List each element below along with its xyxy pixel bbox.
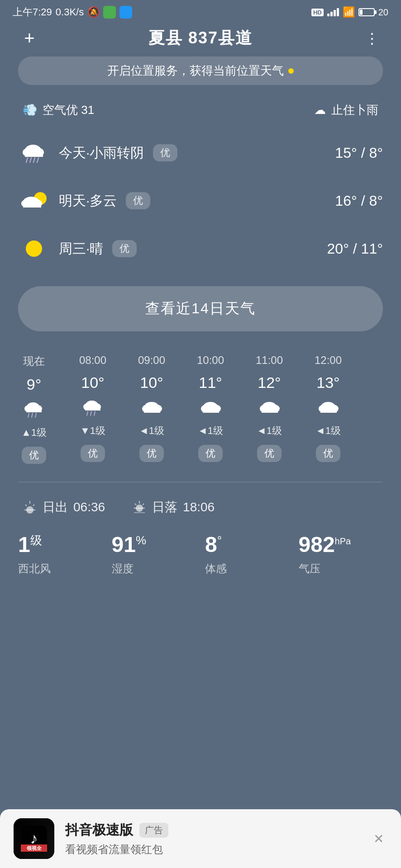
hourly-temp-4: 12° <box>258 374 281 392</box>
stat-humidity-label: 湿度 <box>112 561 196 576</box>
svg-line-25 <box>87 411 88 415</box>
stats-grid: 1级 西北风 91% 湿度 8° 体感 982hPa 气压 <box>0 523 401 585</box>
section-divider <box>18 482 383 482</box>
btn-14day[interactable]: 查看近14日天气 <box>18 286 383 331</box>
weather-row-tomorrow[interactable]: 明天·多云 优 16° / 8° <box>18 177 383 225</box>
sunrise-time: 06:36 <box>73 500 105 514</box>
wifi-icon: 📶 <box>343 6 355 18</box>
svg-rect-35 <box>203 409 219 413</box>
air-quality-bar: 💨 空气优 31 ☁ 止住卜雨 <box>0 96 401 124</box>
svg-rect-3 <box>25 152 43 157</box>
battery-percent: 20 <box>378 7 388 18</box>
hourly-cloud-0 <box>23 401 45 419</box>
top-nav: + 夏县 837县道 ⋮ <box>0 23 401 57</box>
hourly-item-2: 09:00 10° ◄1级 优 <box>122 349 181 468</box>
hourly-time-3: 10:00 <box>197 354 224 367</box>
svg-rect-12 <box>23 203 41 208</box>
add-button[interactable]: + <box>18 28 41 48</box>
hourly-quality-3: 优 <box>198 445 223 462</box>
svg-line-5 <box>30 158 31 162</box>
hourly-quality-0: 优 <box>22 447 46 464</box>
hourly-quality-5: 优 <box>316 445 340 462</box>
hourly-quality-1: 优 <box>81 445 105 462</box>
location-banner[interactable]: 开启位置服务，获得当前位置天气 <box>18 57 383 85</box>
weather-left: 今天·小雨转阴 优 <box>18 137 177 169</box>
ad-badge: 广告 <box>139 823 168 838</box>
signal-icon <box>327 8 339 16</box>
hourly-temp-1: 10° <box>81 374 104 392</box>
weather-temp-today: 15° / 8° <box>335 145 383 161</box>
weather-left-wed: 周三·晴 优 <box>18 233 137 264</box>
svg-text:领视全: 领视全 <box>26 845 42 851</box>
stat-feel-label: 体感 <box>205 561 290 576</box>
svg-line-47 <box>25 505 27 506</box>
svg-line-52 <box>135 504 136 505</box>
svg-line-27 <box>94 411 95 415</box>
weather-icon-wed <box>18 233 50 264</box>
umbrella-icon: ☁ <box>314 103 326 117</box>
stat-pressure: 982hPa 气压 <box>299 532 383 576</box>
aq-left: 💨 空气优 31 <box>23 102 94 118</box>
sun-section: 日出 06:36 日落 18:06 <box>0 491 401 523</box>
ad-app-icon: ♪ 领视全 <box>14 818 54 859</box>
hourly-quality-4: 优 <box>257 445 282 462</box>
hd-badge: HD <box>311 9 324 16</box>
weather-row-wed[interactable]: 周三·晴 优 20° / 11° <box>18 225 383 273</box>
location-dot <box>288 68 294 74</box>
sunrise-icon <box>23 500 37 514</box>
hourly-item-4: 11:00 12° ◄1级 优 <box>240 349 299 468</box>
hourly-time-2: 09:00 <box>138 354 165 367</box>
hourly-temp-0: 9° <box>27 376 42 393</box>
hourly-cloud-1 <box>82 399 104 417</box>
svg-line-6 <box>33 158 35 162</box>
svg-line-48 <box>33 505 34 506</box>
stat-pressure-label: 气压 <box>299 561 383 576</box>
sunset-time: 18:06 <box>183 500 215 514</box>
mute-icon: 🔕 <box>87 6 100 18</box>
hourly-wind-2: ◄1级 <box>139 424 164 438</box>
ad-subtitle: 看视频省流量领红包 <box>65 842 359 857</box>
weather-icon-tomorrow <box>18 185 50 217</box>
hourly-scroll: 现在 9° ▲1级 优 08:00 10° <box>0 349 401 468</box>
location-text: 开启位置服务，获得当前位置天气 <box>107 63 284 79</box>
weather-list: 今天·小雨转阴 优 15° / 8° 明天·多云 优 16° / 8° <box>0 124 401 277</box>
stat-wind-label: 西北风 <box>18 561 103 576</box>
svg-point-13 <box>26 241 42 257</box>
svg-line-20 <box>35 413 36 417</box>
svg-line-19 <box>32 413 33 417</box>
hourly-cloud-4 <box>258 399 280 417</box>
hourly-item-3: 10:00 11° ◄1级 优 <box>181 349 240 468</box>
weather-icon-today <box>18 137 50 169</box>
more-button[interactable]: ⋮ <box>360 30 383 47</box>
stat-feel: 8° 体感 <box>205 532 290 576</box>
status-time: 上午7:29 <box>13 5 52 19</box>
ad-close-button[interactable]: ✕ <box>370 828 387 850</box>
air-quality-text: 空气优 31 <box>43 102 94 118</box>
page-title: 夏县 837县道 <box>148 27 253 49</box>
ad-banner[interactable]: ♪ 领视全 抖音极速版 广告 看视频省流量领红包 ✕ <box>0 809 401 868</box>
stat-pressure-value: 982hPa <box>299 532 383 557</box>
svg-line-7 <box>37 158 38 162</box>
weather-row-today[interactable]: 今天·小雨转阴 优 15° / 8° <box>18 129 383 177</box>
app-icon-blue <box>119 6 132 19</box>
sunset-icon <box>132 500 147 514</box>
svg-rect-43 <box>320 409 337 413</box>
hourly-section: 现在 9° ▲1级 优 08:00 10° <box>0 340 401 473</box>
weather-left-tomorrow: 明天·多云 优 <box>18 185 150 217</box>
rain-stop-text: 止住卜雨 <box>331 102 378 118</box>
hourly-cloud-3 <box>200 399 221 417</box>
hourly-time-4: 11:00 <box>256 354 283 367</box>
svg-line-26 <box>91 411 91 415</box>
svg-rect-17 <box>26 409 42 412</box>
weather-desc-tomorrow: 明天·多云 <box>59 192 117 210</box>
weather-desc-wed: 周三·晴 <box>59 240 103 258</box>
status-right: HD 📶 20 <box>311 6 388 18</box>
ad-text: 抖音极速版 广告 看视频省流量领红包 <box>65 821 359 857</box>
hourly-wind-1: ▼1级 <box>80 424 105 438</box>
hourly-wind-5: ◄1级 <box>315 424 341 438</box>
sunrise-label: 日出 <box>43 499 68 516</box>
hourly-quality-2: 优 <box>139 445 164 462</box>
stat-humidity-value: 91% <box>112 532 196 557</box>
stat-wind-value: 1级 <box>18 532 103 557</box>
svg-rect-31 <box>144 409 160 413</box>
